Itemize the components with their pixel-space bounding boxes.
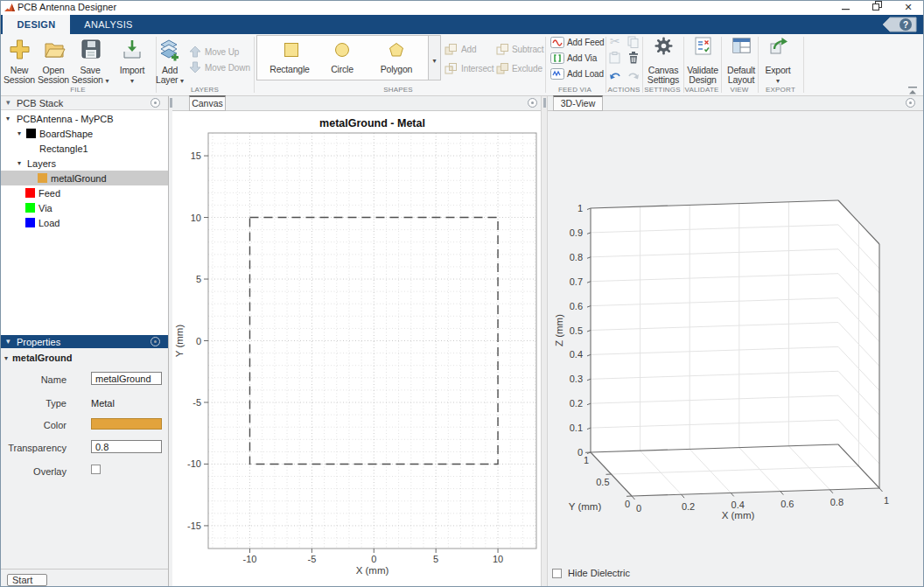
- export-button[interactable]: [769, 37, 788, 59]
- svg-text:0.8: 0.8: [570, 252, 583, 262]
- shapes-gallery: Rectangle Circle Polygon: [256, 35, 429, 80]
- tree-item-layers[interactable]: ▾ Layers: [0, 156, 168, 171]
- svg-text:0: 0: [636, 503, 641, 514]
- svg-text:0.7: 0.7: [570, 276, 583, 287]
- validate-design-button[interactable]: [695, 37, 711, 59]
- svg-text:5: 5: [196, 274, 201, 284]
- add-via-button[interactable]: [550, 52, 564, 67]
- view3d-plot[interactable]: 00.10.20.30.40.50.60.70.80.9100.5100.20.…: [548, 111, 924, 565]
- tab-design[interactable]: DESIGN: [3, 15, 70, 34]
- boolean-add-button[interactable]: [444, 43, 458, 59]
- pcb-stack-tree: ▾ PCBAntenna - MyPCB ▾ BoardShape Rectan…: [0, 110, 168, 335]
- tab-3d-view[interactable]: 3D-View: [553, 95, 603, 111]
- import-button[interactable]: [122, 38, 143, 64]
- boardshape-color-swatch: [26, 129, 36, 138]
- splitter-right[interactable]: [541, 96, 548, 587]
- tree-item-metalground[interactable]: metalGround: [0, 171, 168, 185]
- expander-icon[interactable]: ▾: [18, 129, 21, 137]
- boolean-intersect-button[interactable]: [444, 62, 458, 79]
- separator: [803, 37, 804, 93]
- hide-dielectric-checkbox[interactable]: [552, 569, 562, 578]
- add-feed-button[interactable]: [550, 36, 564, 52]
- add-load-button[interactable]: [550, 67, 564, 83]
- close-button[interactable]: ✕: [898, 1, 919, 14]
- move-down-label: Move Down: [205, 63, 250, 73]
- view3d-tab-actions-icon[interactable]: [906, 98, 915, 108]
- default-layout-button[interactable]: [732, 38, 751, 57]
- boolean-subtract-icon: [496, 43, 509, 56]
- tree-item-rectangle1[interactable]: Rectangle1: [0, 141, 168, 156]
- help-button[interactable]: ?: [882, 17, 917, 32]
- undo-button[interactable]: [609, 69, 621, 85]
- tab-canvas[interactable]: Canvas: [189, 95, 226, 111]
- expander-icon[interactable]: ▾: [6, 115, 10, 122]
- pcb-stack-caret-icon: ▾: [6, 98, 10, 107]
- circle-button[interactable]: [334, 42, 350, 61]
- svg-text:-5: -5: [307, 554, 316, 564]
- splitter-handle[interactable]: [543, 98, 546, 108]
- add-feed-icon: [550, 37, 564, 48]
- pcb-stack-header[interactable]: ▾ PCB Stack: [0, 96, 168, 110]
- svg-text:0.9: 0.9: [570, 227, 583, 238]
- section-layers: LAYERS: [165, 86, 244, 94]
- delete-icon: [627, 51, 640, 64]
- properties-actions-icon[interactable]: [150, 337, 160, 346]
- window-title: PCB Antenna Designer: [18, 2, 116, 12]
- canvas-tab-actions-icon[interactable]: [528, 98, 537, 108]
- svg-text:?: ?: [903, 20, 908, 30]
- svg-text:metalGround - Metal: metalGround - Metal: [319, 117, 425, 129]
- color-swatch-button[interactable]: [91, 418, 162, 430]
- tree-item-via[interactable]: Via: [0, 200, 168, 215]
- new-session-button[interactable]: [9, 38, 31, 64]
- move-down-icon: [189, 61, 201, 73]
- copy-button[interactable]: [627, 36, 639, 52]
- svg-text:0.2: 0.2: [682, 501, 695, 512]
- properties-header[interactable]: ▾ Properties: [0, 335, 168, 348]
- canvas-settings-button[interactable]: [654, 37, 673, 59]
- group-caret-icon[interactable]: ▾: [4, 354, 8, 362]
- tree-item-pcbantenna[interactable]: ▾ PCBAntenna - MyPCB: [0, 111, 168, 126]
- view3d-tab-bar: 3D-View: [548, 96, 924, 111]
- shapes-gallery-dropdown[interactable]: ▾: [429, 35, 441, 80]
- move-down-button[interactable]: [189, 61, 201, 77]
- left-panel: ▾ PCB Stack ▾ PCBAntenna - MyPCB ▾ Board…: [0, 96, 169, 587]
- canvas-panel: Canvas -10-50510-15-10-5051015X (mm)Y (m…: [172, 96, 541, 587]
- boolean-subtract-button[interactable]: [496, 43, 509, 59]
- ribbon-tab-bar: DESIGN ANALYSIS ?: [0, 15, 924, 34]
- save-session-button[interactable]: [80, 38, 102, 63]
- tree-item-feed[interactable]: Feed: [0, 185, 168, 200]
- canvas-plot[interactable]: -10-50510-15-10-5051015X (mm)Y (mm)metal…: [172, 111, 541, 587]
- tree-item-boardshape[interactable]: ▾ BoardShape: [0, 126, 168, 141]
- undo-icon: [609, 70, 621, 81]
- open-session-button[interactable]: [44, 39, 66, 64]
- expander-icon[interactable]: ▾: [18, 159, 21, 167]
- name-field[interactable]: [91, 372, 162, 385]
- boolean-exclude-icon: [496, 62, 509, 75]
- paste-button[interactable]: [609, 52, 620, 67]
- copy-icon: [627, 36, 639, 48]
- transparency-field[interactable]: [91, 440, 162, 453]
- overlay-checkbox[interactable]: [91, 465, 101, 474]
- minimize-button[interactable]: [835, 1, 856, 14]
- rectangle-button[interactable]: [284, 42, 299, 61]
- cut-button[interactable]: ✂: [610, 34, 620, 48]
- add-layer-button[interactable]: [158, 38, 182, 65]
- name-label: Name: [0, 374, 66, 385]
- add-layer-icon: [158, 38, 182, 61]
- start-button[interactable]: Start: [7, 574, 47, 586]
- tab-analysis[interactable]: ANALYSIS: [70, 15, 147, 34]
- svg-text:10: 10: [493, 554, 503, 564]
- pcb-stack-actions-icon[interactable]: [150, 98, 160, 108]
- boolean-exclude-button[interactable]: [496, 62, 509, 79]
- svg-text:-5: -5: [192, 397, 201, 408]
- load-color-swatch: [25, 218, 35, 227]
- move-up-button[interactable]: [189, 45, 201, 61]
- polygon-button[interactable]: [388, 42, 404, 61]
- section-file: FILE: [38, 86, 117, 94]
- svg-text:0.6: 0.6: [570, 301, 583, 311]
- restore-button[interactable]: [866, 1, 887, 14]
- tree-item-load[interactable]: Load: [0, 215, 168, 230]
- separator: [254, 37, 255, 93]
- section-export: EXPORT: [741, 86, 820, 94]
- move-up-icon: [189, 45, 201, 58]
